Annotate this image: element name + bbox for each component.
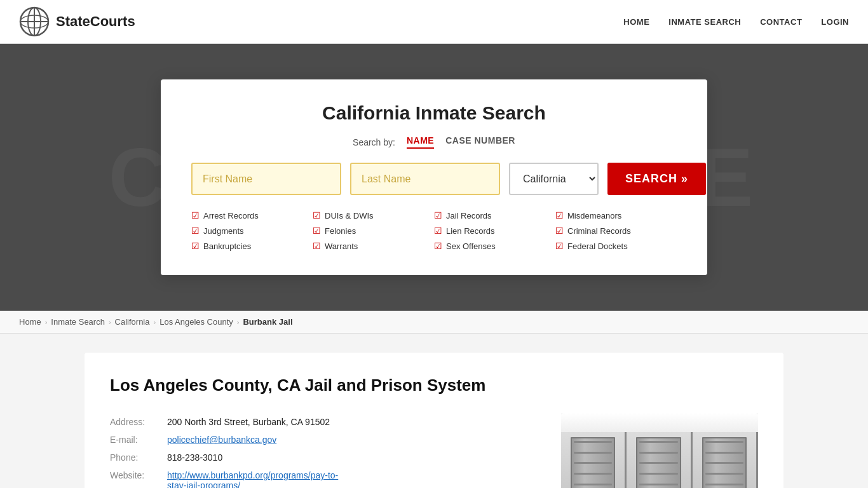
checkbox-label: Felonies — [325, 226, 356, 236]
checkbox-item: ☑DUIs & DWIs — [313, 209, 434, 222]
jail-image-inner: CELL CELL 1 — [561, 413, 758, 488]
checkbox-item: ☑Misdemeanors — [555, 209, 677, 222]
checkbox-icon: ☑ — [434, 241, 442, 251]
checkbox-icon: ☑ — [313, 210, 321, 220]
checkbox-icon: ☑ — [555, 210, 564, 220]
breadcrumb-sep-1: › — [45, 318, 48, 326]
checkbox-item: ☑Judgments — [191, 224, 313, 237]
checkbox-label: Judgments — [203, 226, 244, 236]
site-header: StateCourts HOME INMATE SEARCH CONTACT L… — [0, 0, 868, 44]
cell-door-1 — [571, 437, 615, 488]
search-by-row: Search by: NAME CASE NUMBER — [191, 135, 677, 149]
jail-cell-1: CELL — [561, 432, 627, 488]
cell-door-2 — [636, 437, 681, 488]
breadcrumb-la-county[interactable]: Los Angeles County — [159, 317, 233, 327]
search-button[interactable]: SEARCH » — [607, 163, 706, 195]
tab-name[interactable]: NAME — [407, 135, 434, 149]
jail-image: CELL CELL 1 — [561, 413, 758, 488]
checkboxes-grid: ☑Arrest Records☑DUIs & DWIs☑Jail Records… — [191, 209, 677, 252]
search-card-title: California Inmate Search — [191, 102, 677, 124]
jail-cells-row: CELL CELL 1 — [561, 432, 758, 488]
info-table: Address: 200 North 3rd Street, Burbank, … — [110, 413, 348, 488]
breadcrumb-current: Burbank Jail — [243, 317, 292, 327]
website-link[interactable]: http://www.burbankpd.org/programs/pay-to… — [167, 470, 338, 488]
breadcrumb: Home › Inmate Search › California › Los … — [0, 311, 868, 334]
checkbox-label: Lien Records — [446, 226, 495, 236]
checkbox-label: DUIs & DWIs — [325, 211, 374, 220]
logo-text: StateCourts — [56, 13, 135, 30]
checkbox-icon: ☑ — [191, 241, 200, 251]
website-value: http://www.burbankpd.org/programs/pay-to… — [167, 466, 348, 488]
checkbox-item: ☑Warrants — [313, 240, 434, 252]
breadcrumb-sep-2: › — [109, 318, 111, 326]
checkbox-item: ☑Jail Records — [434, 209, 555, 222]
search-card: California Inmate Search Search by: NAME… — [161, 79, 707, 275]
tab-case-number[interactable]: CASE NUMBER — [445, 135, 515, 149]
content-title: Los Angeles County, CA Jail and Prison S… — [110, 376, 758, 395]
checkbox-icon: ☑ — [191, 210, 200, 220]
nav-contact[interactable]: CONTACT — [760, 17, 802, 27]
checkbox-item: ☑Criminal Records — [555, 224, 677, 237]
checkbox-item: ☑Sex Offenses — [434, 240, 555, 252]
content-card: Los Angeles County, CA Jail and Prison S… — [85, 353, 783, 488]
checkbox-icon: ☑ — [434, 210, 442, 220]
checkbox-label: Warrants — [325, 241, 358, 251]
hero-section: COURTHOUSE California Inmate Search Sear… — [0, 44, 868, 311]
jail-cell-3: CELL — [693, 432, 758, 488]
checkbox-icon: ☑ — [555, 241, 564, 251]
phone-value: 818-238-3010 — [167, 449, 348, 466]
checkbox-icon: ☑ — [555, 226, 564, 236]
logo-area[interactable]: StateCourts — [19, 6, 135, 37]
info-section: Address: 200 North 3rd Street, Burbank, … — [110, 413, 542, 488]
checkbox-icon: ☑ — [191, 226, 200, 236]
breadcrumb-sep-3: › — [154, 318, 156, 326]
checkbox-item: ☑Arrest Records — [191, 209, 313, 222]
content-layout: Address: 200 North 3rd Street, Burbank, … — [110, 413, 758, 488]
main-content: Los Angeles County, CA Jail and Prison S… — [0, 334, 868, 488]
checkbox-label: Misdemeanors — [567, 211, 621, 220]
jail-cell-2: CELL 1 — [627, 432, 692, 488]
checkbox-icon: ☑ — [313, 241, 321, 251]
breadcrumb-california[interactable]: California — [115, 317, 150, 327]
address-label: Address: — [110, 413, 167, 431]
address-value: 200 North 3rd Street, Burbank, CA 91502 — [167, 413, 348, 431]
checkbox-item: ☑Lien Records — [434, 224, 555, 237]
main-nav: HOME INMATE SEARCH CONTACT LOGIN — [623, 17, 849, 27]
address-row: Address: 200 North 3rd Street, Burbank, … — [110, 413, 348, 431]
search-by-label: Search by: — [353, 137, 395, 147]
checkbox-icon: ☑ — [434, 226, 442, 236]
checkbox-item: ☑Felonies — [313, 224, 434, 237]
checkbox-icon: ☑ — [313, 226, 321, 236]
logo-icon — [19, 6, 50, 37]
email-value: policechief@burbankca.gov — [167, 431, 348, 449]
checkbox-item: ☑Bankruptcies — [191, 240, 313, 252]
email-link[interactable]: policechief@burbankca.gov — [167, 435, 276, 445]
phone-row: Phone: 818-238-3010 — [110, 449, 348, 466]
breadcrumb-home[interactable]: Home — [19, 317, 41, 327]
phone-label: Phone: — [110, 449, 167, 466]
website-label: Website: — [110, 466, 167, 488]
checkbox-label: Criminal Records — [567, 226, 631, 236]
checkbox-label: Jail Records — [446, 211, 492, 220]
nav-inmate-search[interactable]: INMATE SEARCH — [668, 17, 741, 27]
checkbox-label: Arrest Records — [203, 211, 259, 220]
email-label: E-mail: — [110, 431, 167, 449]
first-name-input[interactable] — [191, 163, 341, 195]
nav-home[interactable]: HOME — [623, 17, 649, 27]
last-name-input[interactable] — [350, 163, 500, 195]
checkbox-label: Federal Dockets — [567, 241, 628, 251]
state-select[interactable]: California Alabama Alaska Arizona Arkans… — [509, 163, 599, 195]
search-inputs-row: California Alabama Alaska Arizona Arkans… — [191, 163, 677, 195]
breadcrumb-inmate-search[interactable]: Inmate Search — [51, 317, 105, 327]
email-row: E-mail: policechief@burbankca.gov — [110, 431, 348, 449]
checkbox-label: Bankruptcies — [203, 241, 251, 251]
checkbox-item: ☑Federal Dockets — [555, 240, 677, 252]
breadcrumb-sep-4: › — [237, 318, 240, 326]
nav-login[interactable]: LOGIN — [821, 17, 849, 27]
checkbox-label: Sex Offenses — [446, 241, 496, 251]
cell-door-3 — [702, 437, 747, 488]
website-row: Website: http://www.burbankpd.org/progra… — [110, 466, 348, 488]
